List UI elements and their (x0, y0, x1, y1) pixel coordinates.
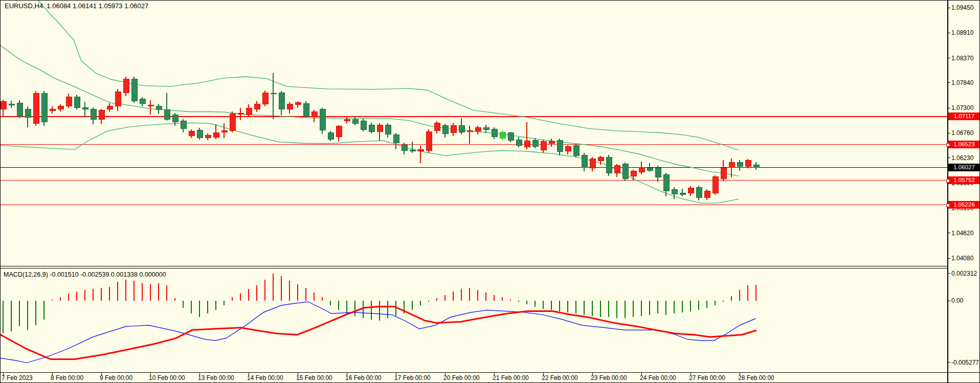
macd-histogram-bar (567, 301, 568, 312)
macd-histogram-bar (575, 301, 576, 313)
macd-histogram-bar (674, 301, 675, 313)
macd-histogram-bar (224, 301, 225, 305)
price-tick-mark (947, 157, 950, 158)
candle (221, 123, 227, 138)
macd-histogram-bar (428, 301, 429, 302)
macd-histogram-bar (289, 281, 290, 301)
candle-body (91, 109, 96, 119)
macd-histogram-bar (93, 289, 94, 301)
candle-body (213, 133, 219, 138)
candle-body (410, 150, 415, 151)
macd-histogram-bar (232, 297, 233, 301)
candle-body (41, 93, 47, 122)
candle-body (663, 175, 669, 191)
price-line-flag[interactable]: 1.05226 (948, 201, 980, 209)
time-axis-label: 14 Feb 00:00 (247, 374, 283, 381)
macd-histogram-bar (248, 289, 249, 301)
candle-body (557, 140, 563, 152)
time-axis-label: 17 Feb 00:00 (394, 374, 431, 381)
price-tick-label: 1.06760 (951, 129, 973, 137)
candle (164, 93, 170, 121)
time-axis-label: 13 Feb 00:00 (198, 374, 234, 381)
candle (238, 108, 243, 120)
candle-body (492, 129, 497, 137)
macd-histogram-bar (469, 288, 470, 301)
price-tick-mark (947, 8, 950, 8)
price-tick-mark (947, 58, 950, 58)
candle-body (221, 131, 227, 132)
macd-histogram-bar (52, 300, 53, 301)
candle (262, 91, 268, 106)
macd-histogram-bar (616, 301, 617, 318)
macd-tick-label: -0.005277 (951, 359, 979, 366)
macd-histogram-bar (43, 301, 44, 320)
macd-histogram-bar (3, 301, 4, 333)
macd-histogram-bar (281, 276, 282, 301)
candle-body (74, 97, 80, 107)
candle-body (541, 142, 546, 150)
candle-body (58, 106, 63, 109)
macd-histogram-bar (461, 289, 462, 301)
candle-body (320, 109, 325, 130)
macd-histogram-bar (543, 301, 544, 309)
candle (213, 124, 219, 139)
macd-histogram-bar (35, 301, 36, 325)
candle-body (352, 119, 358, 123)
price-tick-label: 1.07840 (951, 79, 973, 86)
candle-body (696, 187, 702, 197)
panel-separator-line[interactable] (1, 268, 947, 268)
macd-histogram-bar (755, 285, 756, 301)
macd-signal-line (1, 307, 756, 359)
candle (115, 89, 121, 111)
macd-histogram-bar (436, 298, 437, 301)
price-tick-mark (947, 82, 950, 83)
candle-body (590, 159, 595, 168)
price-tick-label: 1.07300 (951, 104, 973, 111)
candle-body (721, 168, 726, 178)
candle (737, 160, 743, 171)
time-axis-label: 23 Feb 00:00 (591, 374, 627, 381)
macd-tick-mark (947, 301, 950, 301)
line-drag-handle-icon[interactable] (946, 179, 950, 183)
candle-body (745, 160, 751, 166)
macd-histogram-bar (420, 301, 421, 305)
candle (91, 107, 96, 124)
line-drag-handle-icon[interactable] (946, 204, 950, 207)
candle (745, 159, 751, 168)
macd-histogram-bar (273, 274, 274, 301)
candle-body (500, 132, 505, 139)
line-drag-handle-icon[interactable] (946, 143, 950, 147)
candle-body (442, 126, 448, 134)
macd-histogram-bar (534, 301, 536, 307)
price-line-flag[interactable]: 1.07117 (948, 112, 980, 120)
macd-histogram-bar (117, 282, 118, 301)
candle-body (271, 93, 276, 94)
candle (426, 129, 432, 153)
candle (712, 175, 718, 195)
macd-histogram-bar (494, 295, 495, 301)
candle-body (639, 167, 644, 172)
candle-body (140, 99, 145, 104)
panel-separator-line[interactable] (1, 266, 947, 266)
candle-body (181, 121, 186, 129)
candle (66, 94, 72, 108)
price-chart-panel[interactable] (1, 1, 947, 266)
candle (336, 125, 342, 142)
macd-histogram-bar (739, 290, 740, 301)
candle (631, 170, 636, 180)
candle-body (582, 155, 587, 168)
candle-body (50, 109, 55, 111)
macd-indicator-panel[interactable] (1, 268, 947, 372)
macd-histogram-bar (133, 281, 135, 301)
current-price-flag[interactable]: 1.06027 (948, 164, 980, 171)
candle (614, 164, 620, 177)
candle (622, 163, 628, 181)
macd-histogram-bar (314, 292, 315, 301)
candle-body (205, 135, 211, 138)
candle-body (459, 126, 464, 132)
price-line-flag[interactable]: 1.05752 (948, 176, 980, 184)
macd-histogram-bar (183, 301, 184, 308)
macd-histogram-bar (158, 283, 159, 301)
price-line-flag[interactable]: 1.06523 (948, 141, 980, 148)
candle-body (82, 107, 88, 109)
